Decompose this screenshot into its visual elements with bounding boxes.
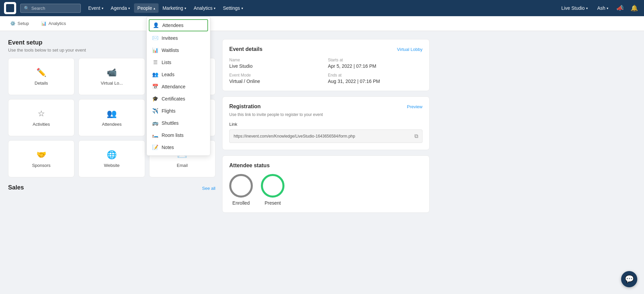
event-name-group: Name Live Studio [229,58,324,69]
attendees-card[interactable]: 👥 Attendees [78,99,145,136]
nav-marketing[interactable]: Marketing ▾ [159,3,190,13]
dropdown-leads-label: Leads [162,72,174,77]
notes-icon: 📝 [152,144,158,150]
dropdown-item-leads[interactable]: 👥 Leads [147,68,210,81]
present-label: Present [265,200,281,206]
starts-at-label: Starts at [328,58,422,62]
nav-analytics[interactable]: Analytics ▾ [190,3,219,13]
event-details-card: Event details Virtual Lobby Name Live St… [222,39,430,91]
sales-title: Sales [8,184,24,191]
top-navigation: 🔍 Search Event ▾ Agenda ▾ People ▴ Marke… [0,0,644,16]
dropdown-item-invitees[interactable]: ✉️ Invitees [147,32,210,44]
nav-settings[interactable]: Settings ▾ [219,3,246,13]
attendee-status-title: Attendee status [229,163,422,169]
virtual-lobby-label: Virtual Lo... [101,81,123,86]
setup-tab[interactable]: ⚙️ Setup [5,19,34,28]
megaphone-icon[interactable]: 📣 [614,3,626,13]
sales-see-all[interactable]: See all [202,186,215,191]
attendees-label: Attendees [102,122,122,127]
dropdown-item-attendees[interactable]: 👤 Attendees [149,19,208,31]
sponsors-card[interactable]: 🤝 Sponsors [8,140,74,177]
starts-at-group: Starts at Apr 5, 2022 | 07:16 PM [328,58,422,69]
dropdown-item-waitlists[interactable]: 📊 Waitlists [147,44,210,56]
dropdown-item-notes[interactable]: 📝 Notes [147,141,210,153]
chevron-down-icon: ▾ [241,6,243,10]
event-name-value: Live Studio [229,63,324,69]
dropdown-attendees-label: Attendees [162,23,183,28]
dropdown-item-certificates[interactable]: 🎓 Certificates [147,93,210,105]
status-circles: Enrolled Present [229,174,422,206]
dropdown-item-room-lists[interactable]: 🛏️ Room lists [147,129,210,141]
sponsors-label: Sponsors [32,163,50,168]
event-details-header: Event details Virtual Lobby [229,46,422,52]
registration-title: Registration [229,104,261,110]
dropdown-room-lists-label: Room lists [162,133,183,138]
dropdown-flights-label: Flights [162,108,175,114]
dropdown-certificates-label: Certificates [162,96,185,101]
sales-section: Sales See all [8,184,215,193]
chevron-down-icon: ▾ [184,6,186,10]
website-card[interactable]: 🌐 Website [78,140,145,177]
event-info-grid: Name Live Studio Starts at Apr 5, 2022 |… [229,58,422,84]
registration-card: Registration Preview Use this link to in… [222,96,430,150]
ends-at-label: Ends at [328,73,422,78]
nav-people[interactable]: People ▴ [134,3,159,13]
shuttles-icon: 🚌 [152,120,158,126]
event-mode-label: Event Mode [229,73,324,78]
ends-at-group: Ends at Aug 31, 2022 | 07:16 PM [328,73,422,84]
dropdown-item-attendance[interactable]: 📅 Attendance [147,81,210,93]
email-label: Email [177,163,188,168]
bell-icon[interactable]: 🔔 [629,3,640,13]
dropdown-waitlists-label: Waitlists [162,48,179,53]
virtual-lobby-card[interactable]: 📹 Virtual Lo... [78,58,145,95]
people-dropdown-menu: 👤 Attendees ✉️ Invitees 📊 Waitlists ☰ Li… [146,16,210,156]
dropdown-invitees-label: Invitees [162,35,178,41]
registration-subtitle: Use this link to invite people to regist… [229,112,422,117]
details-label: Details [35,81,48,86]
nav-agenda[interactable]: Agenda ▾ [107,3,133,13]
copy-icon[interactable]: ⧉ [414,133,418,139]
activities-card[interactable]: ☆ Activities [8,99,74,136]
dropdown-item-shuttles[interactable]: 🚌 Shuttles [147,117,210,129]
attendance-icon: 📅 [152,84,158,90]
attendee-status-card: Attendee status Enrolled Present [222,155,430,213]
event-details-title: Event details [229,46,263,52]
link-label: Link [229,122,422,127]
gear-icon: ⚙️ [10,21,15,26]
dropdown-shuttles-label: Shuttles [162,120,179,126]
analytics-tab[interactable]: 📊 Analytics [36,19,71,28]
right-column: Event details Virtual Lobby Name Live St… [222,39,430,213]
app-logo[interactable] [4,2,16,14]
nav-event[interactable]: Event ▾ [85,3,107,13]
event-mode-value: Virtual / Online [229,79,324,84]
website-label: Website [104,163,120,168]
list-icon: ☰ [152,59,158,65]
search-placeholder: Search [31,6,45,11]
search-icon: 🔍 [24,6,29,11]
dropdown-notes-label: Notes [162,145,174,150]
event-mode-group: Event Mode Virtual / Online [229,73,324,84]
live-studio-selector[interactable]: Live Studio ▾ [558,3,591,13]
chevron-down-icon: ▾ [102,6,103,10]
certificate-icon: 🎓 [152,96,158,102]
pencil-icon: ✏️ [36,68,46,77]
starts-at-value: Apr 5, 2022 | 07:16 PM [328,63,422,69]
dropdown-lists-label: Lists [162,60,171,65]
dropdown-attendance-label: Attendance [162,84,185,89]
people-icon: 👥 [107,109,117,118]
person-icon: 👤 [153,22,159,28]
search-input[interactable]: 🔍 Search [20,4,81,13]
chevron-down-icon: ▾ [214,6,215,10]
sub-navigation: ⚙️ Setup 📊 Analytics [0,16,644,31]
globe-icon: 🌐 [107,150,117,159]
envelope-icon: ✉️ [152,35,158,41]
user-menu[interactable]: Ash ▾ [594,3,612,13]
activities-label: Activities [33,122,50,127]
present-status: Present [261,174,284,206]
present-chart [261,174,284,198]
details-card[interactable]: ✏️ Details [8,58,74,95]
preview-link[interactable]: Preview [407,104,422,109]
dropdown-item-lists[interactable]: ☰ Lists [147,56,210,68]
dropdown-item-flights[interactable]: ✈️ Flights [147,105,210,117]
virtual-lobby-link[interactable]: Virtual Lobby [397,47,422,52]
